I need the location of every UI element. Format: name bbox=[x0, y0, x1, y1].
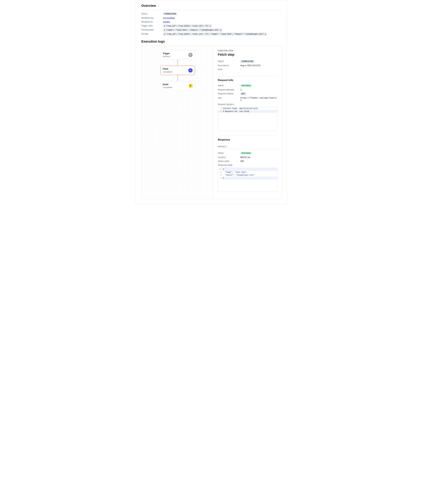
trigger-data-label: Trigger data bbox=[141, 24, 163, 27]
divider bbox=[218, 135, 278, 136]
detail-panel: FUNCTION STEP Fetch step Status COMPLETE… bbox=[214, 46, 282, 198]
connector bbox=[177, 60, 178, 66]
execution-layout: Trigger Success Fetch Completed bbox=[141, 46, 282, 199]
code-line: X-Request-Id: req-1234 bbox=[223, 110, 277, 113]
req-url-label: URL bbox=[218, 97, 240, 99]
node-fetch-title: Fetch bbox=[163, 68, 172, 70]
req-url-value: https://foobar.com/api/users/2 bbox=[240, 97, 278, 102]
code-line: "email": "jdoe@ingen.net" bbox=[223, 174, 277, 177]
swap-icon bbox=[188, 68, 193, 72]
error-value: - bbox=[240, 68, 278, 71]
gutter-line: 4 bbox=[218, 177, 223, 180]
executed-at-value: Aug 4, 2022 15:12:51 bbox=[240, 64, 278, 67]
node-trigger-sub: Success bbox=[163, 55, 170, 57]
req-method-badge: GET bbox=[240, 93, 246, 95]
gutter-line: 1▾ bbox=[218, 168, 223, 171]
execution-logs-title: Execution logs bbox=[141, 36, 282, 43]
status-label: Status bbox=[141, 12, 163, 15]
resp-status-badge: SUCCESS bbox=[240, 152, 252, 155]
resp-code-label: Status code bbox=[218, 160, 240, 162]
code-line: Content-Type: application/json bbox=[223, 107, 277, 110]
attempt-label: Attempt 1 bbox=[218, 143, 278, 149]
code-line: } bbox=[223, 177, 277, 180]
response-title: Response bbox=[218, 138, 278, 141]
code-line: "name": "Jane Doe", bbox=[223, 171, 277, 174]
node-email[interactable]: Email Completed P bbox=[160, 81, 195, 90]
flag-icon bbox=[188, 53, 193, 57]
overview-title: Overview bbox=[141, 0, 282, 10]
error-label: Error bbox=[218, 68, 240, 71]
node-trigger[interactable]: Trigger Success bbox=[160, 50, 195, 60]
detail-status-badge: COMPLETED bbox=[240, 60, 254, 63]
recipient-id-link[interactable]: esattler bbox=[163, 21, 170, 23]
req-status-badge: SUCCESS bbox=[240, 84, 252, 87]
gutter-line: 3 bbox=[218, 174, 223, 177]
resp-duration-label: Duration bbox=[218, 156, 240, 158]
detail-title: Fetch step bbox=[218, 53, 278, 57]
fetched-data-label: Fetched data bbox=[141, 29, 163, 31]
recipient-id-label: Recipient ID bbox=[141, 21, 163, 23]
node-trigger-title: Trigger bbox=[163, 52, 170, 55]
node-email-sub: Completed bbox=[163, 86, 172, 89]
executed-at-label: Executed at bbox=[218, 64, 240, 67]
all-data-value: { "req_id": "req-1234", "user_id": "2", … bbox=[163, 33, 267, 36]
gutter-line: 1 bbox=[218, 107, 223, 110]
page: Overview Status COMPLETED Workflow key m… bbox=[136, 0, 287, 204]
node-fetch-sub: Completed bbox=[163, 71, 172, 73]
resp-body-label: Response body bbox=[218, 164, 240, 166]
detail-status-label: Status bbox=[218, 60, 240, 62]
postmark-icon: P bbox=[189, 84, 193, 88]
req-attempts-label: Request attempts bbox=[218, 89, 240, 91]
overview-table: Status COMPLETED Workflow key my-workflo… bbox=[141, 10, 282, 36]
workflow-key-link[interactable]: my-workflow bbox=[163, 17, 175, 19]
response-body-editor[interactable]: 1▾{ 2 "name": "Jane Doe", 3 "email": "jd… bbox=[218, 168, 278, 192]
req-headers-label: Request headers bbox=[218, 103, 240, 105]
code-line: { bbox=[223, 168, 277, 171]
resp-code-value: 200 bbox=[240, 160, 278, 162]
workflow-canvas[interactable]: Trigger Success Fetch Completed bbox=[141, 46, 214, 198]
resp-duration-value: 803.87 ms bbox=[240, 156, 278, 158]
request-info-title: Request info bbox=[218, 79, 278, 82]
node-email-title: Email bbox=[163, 83, 172, 86]
connector bbox=[177, 75, 178, 81]
gutter-line: 2 bbox=[218, 110, 223, 113]
req-status-label: Status bbox=[218, 84, 240, 87]
gutter-line: 2 bbox=[218, 171, 223, 174]
all-data-label: All data bbox=[141, 33, 163, 35]
detail-eyebrow: FUNCTION STEP bbox=[218, 50, 278, 52]
resp-status-label: Status bbox=[218, 152, 240, 154]
req-attempts-value: 1 bbox=[240, 89, 278, 91]
req-method-label: Request method bbox=[218, 92, 240, 95]
request-headers-editor[interactable]: 1Content-Type: application/json 2X-Reque… bbox=[218, 107, 278, 131]
node-fetch[interactable]: Fetch Completed bbox=[160, 66, 195, 75]
trigger-data-value: { "req_id": "req-1234", "user_id": "2" } bbox=[163, 24, 212, 27]
fetched-data-value: { "name": "Jane Doe", "email": "jdoe@ing… bbox=[163, 29, 222, 31]
status-badge: COMPLETED bbox=[163, 12, 177, 15]
workflow-key-label: Workflow key bbox=[141, 17, 163, 19]
divider bbox=[218, 76, 278, 76]
